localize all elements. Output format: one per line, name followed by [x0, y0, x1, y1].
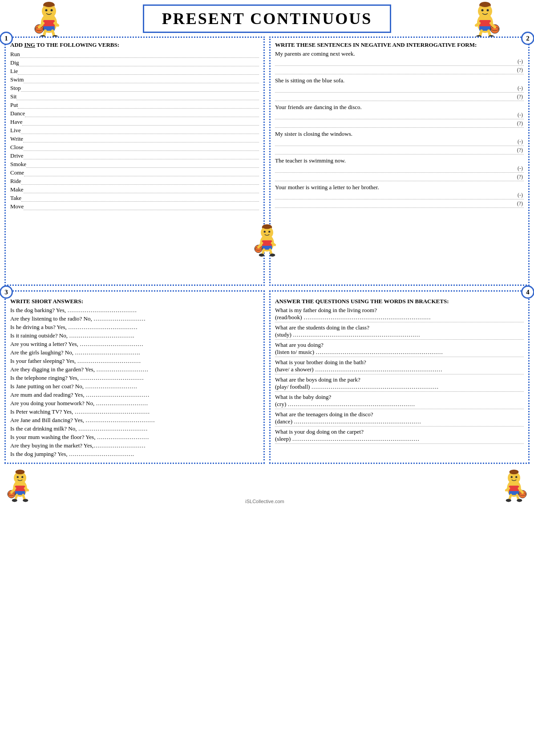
verb-item: Take — [10, 194, 259, 202]
qa-block: What are the teenagers doing in the disc… — [275, 411, 524, 427]
sentence-block: My parents are coming next week. (-) (?) — [275, 50, 524, 74]
negative-answer-line: (-) — [275, 85, 524, 93]
qa-question: What is your dog doing on the carpet? — [275, 428, 524, 435]
svg-line-65 — [506, 488, 509, 490]
qa-block: What is your dog doing on the carpet? (s… — [275, 428, 524, 444]
svg-point-30 — [264, 231, 266, 232]
footer-mascot-right — [498, 467, 530, 504]
section-number-2: 2 — [521, 32, 534, 45]
svg-point-4 — [44, 2, 54, 7]
negative-answer-line: (-) — [275, 112, 524, 119]
sentence-text: My parents are coming next week. — [275, 50, 524, 57]
verb-item: Run — [10, 50, 259, 58]
negative-suffix: (-) — [518, 165, 523, 172]
section4-title: ANSWER THE QUESTIONS USING THE WORDS IN … — [275, 298, 524, 305]
footer-mascot-left — [4, 467, 36, 504]
svg-point-69 — [517, 499, 522, 502]
verb-label: Dig — [10, 59, 19, 66]
footer-credit: iSLCollective.com — [245, 499, 284, 504]
short-answer-question: Are they buying in the market? Yes,……………… — [10, 442, 259, 449]
negative-answer-line: (-) — [275, 192, 524, 199]
qa-question: What is the baby doing? — [275, 394, 524, 401]
short-answer-question: Are the girls laughing? No, ……………………………. — [10, 349, 259, 356]
sentence-text: Your mother is writing a letter to her b… — [275, 184, 524, 191]
svg-point-18 — [480, 2, 490, 7]
verb-label: Close — [10, 144, 24, 151]
short-answer-question: Is the cat drinking milk? No, …………………………… — [10, 425, 259, 432]
svg-point-59 — [515, 476, 517, 478]
negative-suffix: (-) — [518, 138, 523, 145]
qa-block: What is your brother doing in the bath? … — [275, 359, 524, 374]
sentence-block: Your friends are dancing in the disco. (… — [275, 104, 524, 128]
section-1: 1 ADD ING TO THE FOLLOWING VERBS: Run Di… — [4, 37, 265, 286]
short-answer-question: Is your mum washing the floor? Yes, …………… — [10, 434, 259, 441]
verb-label: Put — [10, 102, 18, 109]
page-header: PRESENT CONTINUOUS — [4, 4, 530, 33]
section1-title-underline: ING — [24, 41, 35, 48]
qa-bracket-line: (listen to/ music) ………………………………………………………… — [275, 349, 524, 357]
interrogative-suffix: (?) — [517, 147, 523, 154]
verb-item: Come — [10, 169, 259, 176]
short-answer-question: Are they digging in the garden? Yes, ………… — [10, 366, 259, 373]
sentence-text: The teacher is swimming now. — [275, 157, 524, 164]
verbs-list: Run Dig Lie Swim Stop Sit Put Dance Have… — [10, 50, 259, 210]
center-mascot — [251, 221, 283, 259]
short-answer-question: Is it raining outside? No, ……………………………. — [10, 332, 259, 339]
sentence-block: My sister is closing the windows. (-) (?… — [275, 130, 524, 154]
svg-point-31 — [268, 231, 270, 232]
svg-point-44 — [17, 476, 19, 478]
qa-block: What are you doing? (listen to/ music) …… — [275, 341, 524, 357]
short-answer-question: Are Jane and Bill dancing? Yes, ……………………… — [10, 417, 259, 424]
verb-item: Live — [10, 126, 259, 134]
section-4: 4 ANSWER THE QUESTIONS USING THE WORDS I… — [269, 290, 530, 464]
verb-label: Make — [10, 186, 24, 193]
verb-item: Sit — [10, 93, 259, 100]
qa-block: What is the baby doing? (cry) …………………………… — [275, 394, 524, 409]
verb-label: Sit — [10, 93, 16, 100]
sentence-text: She is sitting on the blue sofa. — [275, 77, 524, 84]
qa-question: What are the teenagers doing in the disc… — [275, 411, 524, 418]
verb-label: Live — [10, 127, 21, 134]
verb-item: Close — [10, 143, 259, 151]
interrogative-answer-line: (?) — [275, 147, 524, 154]
section-number-1: 1 — [0, 32, 13, 45]
svg-point-54 — [12, 499, 17, 502]
qa-bracket-line: (play/ football) ………………………………………………………… — [275, 383, 524, 392]
verb-label: Smoke — [10, 161, 26, 168]
sentence-text: My sister is closing the windows. — [275, 130, 524, 138]
interrogative-answer-line: (?) — [275, 174, 524, 181]
svg-point-17 — [487, 9, 489, 12]
svg-point-2 — [45, 9, 48, 12]
verb-item: Ride — [10, 177, 259, 185]
verb-label: Swim — [10, 76, 24, 83]
svg-point-55 — [23, 499, 28, 502]
qa-bracket-line: (dance) ………………………………………………………… — [275, 418, 524, 427]
qa-bracket-line: (have/ a shower) ………………………………………………………… — [275, 366, 524, 374]
verb-label: Take — [10, 195, 21, 202]
svg-line-9 — [55, 23, 58, 25]
mascot-left — [31, 0, 67, 39]
svg-point-58 — [511, 476, 513, 478]
header-title-box: PRESENT CONTINUOUS — [143, 4, 391, 33]
verb-label: Run — [10, 51, 20, 58]
sentence-block: Your mother is writing a letter to her b… — [275, 184, 524, 208]
short-answer-question: Are mum and dad reading? Yes, …………………………… — [10, 391, 259, 398]
verb-label: Lie — [10, 68, 18, 75]
qa-question: What is your brother doing in the bath? — [275, 359, 524, 366]
interrogative-suffix: (?) — [517, 174, 523, 180]
section-number-3: 3 — [0, 285, 13, 299]
qa-block: What is my father doing in the living ro… — [275, 307, 524, 322]
qas-list: What is my father doing in the living ro… — [275, 307, 524, 444]
verb-item: Drive — [10, 152, 259, 159]
verb-item: Swim — [10, 76, 259, 83]
qa-question: What are the boys doing in the park? — [275, 376, 524, 383]
short-answer-question: Is he driving a bus? Yes, ……………………………… — [10, 324, 259, 331]
verb-label: Write — [10, 135, 23, 142]
negative-suffix: (-) — [518, 192, 523, 199]
section-number-4: 4 — [521, 285, 534, 299]
verb-label: Come — [10, 169, 24, 176]
svg-point-45 — [21, 476, 23, 478]
footer-mascots: iSLCollective.com — [4, 467, 530, 504]
interrogative-suffix: (?) — [517, 93, 523, 100]
svg-line-23 — [476, 23, 479, 25]
